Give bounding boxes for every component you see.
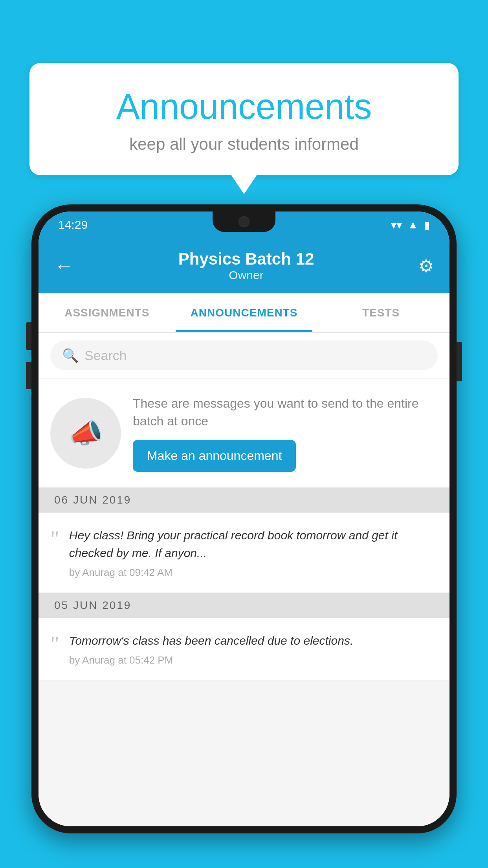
volume-down-button: [26, 362, 31, 389]
announcement-content-1: Hey class! Bring your practical record b…: [69, 526, 438, 579]
date-divider-1: 06 JUN 2019: [39, 487, 449, 513]
quote-icon-2: ": [50, 636, 59, 653]
front-camera: [238, 216, 250, 227]
status-icons: ▾▾ ▲ ▮: [391, 219, 430, 232]
quote-icon-1: ": [50, 530, 59, 548]
search-placeholder: Search: [84, 348, 127, 363]
promo-right: These are messages you want to send to t…: [133, 395, 438, 472]
announcement-content-2: Tomorrow's class has been cancelled due …: [69, 632, 438, 666]
search-icon: 🔍: [62, 348, 79, 363]
power-button: [457, 342, 462, 381]
announcement-text-2: Tomorrow's class has been cancelled due …: [69, 632, 438, 649]
settings-icon[interactable]: ⚙: [418, 256, 434, 276]
announcement-meta-2: by Anurag at 05:42 PM: [69, 654, 438, 666]
search-bar[interactable]: 🔍 Search: [50, 340, 438, 370]
phone-screen: 14:29 ▾▾ ▲ ▮ ← Physics Batch 12 Owner ⚙: [39, 211, 449, 826]
status-time: 14:29: [58, 218, 88, 232]
volume-up-button: [26, 322, 31, 350]
search-container: 🔍 Search: [39, 333, 449, 378]
make-announcement-button[interactable]: Make an announcement: [133, 440, 296, 472]
bubble-title: Announcements: [53, 86, 435, 127]
speech-bubble-card: Announcements keep all your students inf…: [29, 63, 459, 175]
app-header: ← Physics Batch 12 Owner ⚙: [39, 238, 449, 293]
wifi-icon: ▾▾: [391, 219, 402, 232]
signal-icon: ▲: [407, 219, 418, 231]
speech-bubble-section: Announcements keep all your students inf…: [29, 63, 459, 194]
back-button[interactable]: ←: [54, 254, 74, 277]
tab-assignments[interactable]: ASSIGNMENTS: [39, 293, 176, 332]
tab-announcements[interactable]: ANNOUNCEMENTS: [176, 293, 313, 332]
promo-description: These are messages you want to send to t…: [133, 395, 438, 430]
announcement-text-1: Hey class! Bring your practical record b…: [69, 526, 438, 562]
header-title: Physics Batch 12: [74, 250, 418, 268]
phone-wrapper: 14:29 ▾▾ ▲ ▮ ← Physics Batch 12 Owner ⚙: [31, 204, 457, 868]
phone-device: 14:29 ▾▾ ▲ ▮ ← Physics Batch 12 Owner ⚙: [31, 204, 457, 833]
phone-notch: [213, 211, 275, 232]
announcement-promo: 📣 These are messages you want to send to…: [39, 379, 449, 487]
header-subtitle: Owner: [74, 268, 418, 282]
speech-bubble-tail: [231, 175, 257, 194]
date-divider-2: 05 JUN 2019: [39, 593, 449, 618]
battery-icon: ▮: [424, 219, 430, 232]
bubble-subtitle: keep all your students informed: [53, 135, 435, 154]
announcement-item-2[interactable]: " Tomorrow's class has been cancelled du…: [39, 618, 449, 680]
promo-icon-circle: 📣: [50, 398, 121, 469]
tabs-bar: ASSIGNMENTS ANNOUNCEMENTS TESTS: [39, 293, 449, 333]
megaphone-icon: 📣: [69, 417, 103, 449]
tab-tests[interactable]: TESTS: [312, 293, 449, 332]
announcement-item-1[interactable]: " Hey class! Bring your practical record…: [39, 513, 449, 593]
content-area: 🔍 Search 📣 These are messages you want t…: [39, 333, 449, 826]
announcement-meta-1: by Anurag at 09:42 AM: [69, 566, 438, 579]
header-center: Physics Batch 12 Owner: [74, 250, 418, 282]
